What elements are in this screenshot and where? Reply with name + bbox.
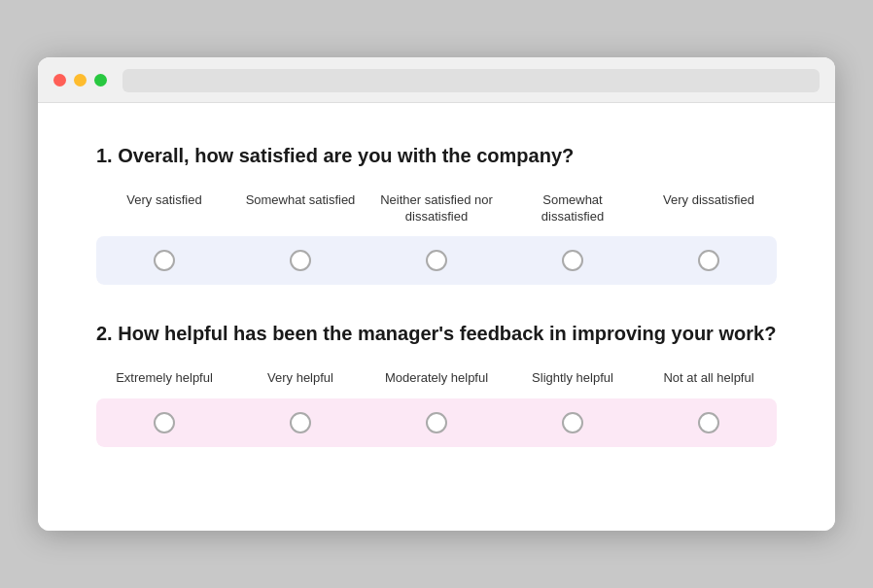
radio-1-1[interactable]: [154, 250, 175, 271]
option-label-1-1: Very satisfied: [126, 192, 201, 221]
radio-col-2-2: [232, 412, 368, 433]
option-col-1-5: Very dissatisfied: [641, 192, 777, 237]
option-col-1-4: Somewhat dissatisfied: [505, 192, 641, 237]
option-col-1-2: Somewhat satisfied: [232, 192, 368, 237]
option-label-2-5: Not at all helpful: [663, 370, 753, 398]
option-col-2-4: Slightly helpful: [505, 370, 641, 398]
options-labels-1: Very satisfiedSomewhat satisfiedNeither …: [96, 192, 777, 237]
radio-col-2-4: [505, 412, 641, 433]
radio-2-2[interactable]: [290, 412, 311, 433]
radio-col-1-2: [232, 250, 368, 271]
option-label-1-5: Very dissatisfied: [663, 192, 754, 221]
options-radios-1: [96, 236, 777, 285]
option-label-1-3: Neither satisfied nor dissatisfied: [376, 192, 497, 237]
radio-col-2-1: [96, 412, 232, 433]
radio-col-2-3: [368, 412, 505, 433]
option-label-2-2: Very helpful: [267, 370, 333, 398]
traffic-light-green[interactable]: [94, 74, 107, 86]
question-block-1: 1. Overall, how satisfied are you with t…: [96, 142, 777, 286]
option-col-1-3: Neither satisfied nor dissatisfied: [368, 192, 505, 237]
option-label-2-3: Moderately helpful: [385, 370, 488, 398]
option-label-2-1: Extremely helpful: [116, 370, 213, 398]
radio-2-3[interactable]: [426, 412, 447, 433]
radio-col-1-4: [505, 250, 641, 271]
option-label-1-4: Somewhat dissatisfied: [512, 192, 633, 237]
radio-1-5[interactable]: [698, 250, 719, 271]
option-col-2-3: Moderately helpful: [368, 370, 505, 398]
option-col-2-1: Extremely helpful: [96, 370, 232, 398]
option-label-2-4: Slightly helpful: [532, 370, 613, 398]
radio-2-4[interactable]: [562, 412, 583, 433]
traffic-light-yellow[interactable]: [74, 74, 87, 86]
browser-window: 1. Overall, how satisfied are you with t…: [38, 57, 835, 532]
radio-1-4[interactable]: [562, 250, 583, 271]
question-block-2: 2. How helpful has been the manager's fe…: [96, 320, 777, 447]
question-title-2: 2. How helpful has been the manager's fe…: [96, 320, 777, 347]
radio-col-1-3: [368, 250, 505, 271]
radio-2-1[interactable]: [154, 412, 175, 433]
radio-1-3[interactable]: [426, 250, 447, 271]
option-label-1-2: Somewhat satisfied: [246, 192, 356, 221]
options-labels-2: Extremely helpfulVery helpfulModerately …: [96, 370, 777, 398]
traffic-light-red[interactable]: [53, 74, 66, 86]
radio-col-1-5: [641, 250, 777, 271]
question-title-1: 1. Overall, how satisfied are you with t…: [96, 142, 777, 169]
radio-1-2[interactable]: [290, 250, 311, 271]
url-bar[interactable]: [122, 69, 820, 92]
radio-col-2-5: [641, 412, 777, 433]
option-col-1-1: Very satisfied: [96, 192, 232, 237]
options-container-2: Extremely helpfulVery helpfulModerately …: [96, 370, 777, 447]
options-container-1: Very satisfiedSomewhat satisfiedNeither …: [96, 192, 777, 286]
browser-chrome: [38, 57, 835, 103]
page-content: 1. Overall, how satisfied are you with t…: [38, 103, 835, 532]
options-radios-2: [96, 398, 777, 447]
option-col-2-5: Not at all helpful: [641, 370, 777, 398]
option-col-2-2: Very helpful: [232, 370, 368, 398]
radio-col-1-1: [96, 250, 232, 271]
radio-2-5[interactable]: [698, 412, 719, 433]
